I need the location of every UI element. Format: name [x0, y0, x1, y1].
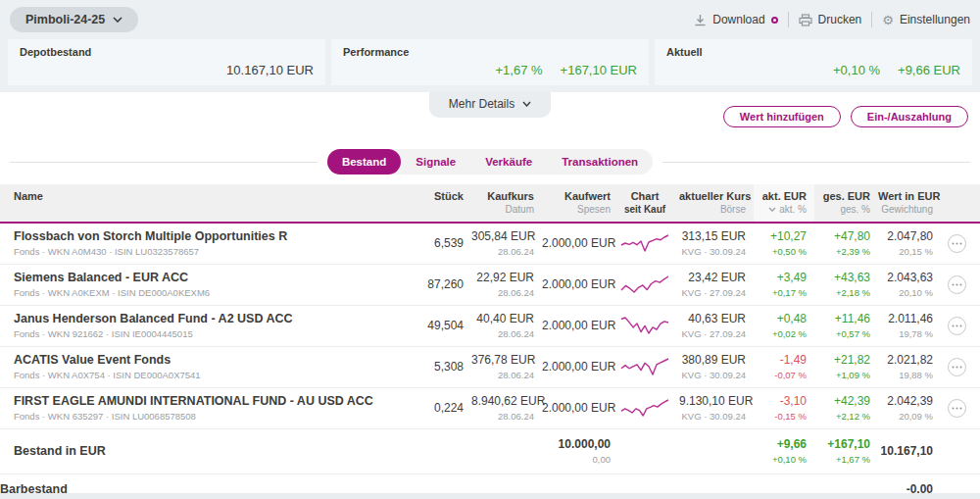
- total-ges-eur: +167,10: [814, 437, 870, 451]
- portfolio-selector[interactable]: Pimboli-24-25: [10, 7, 138, 32]
- akt-pct-value: -0,07 %: [754, 370, 807, 380]
- tab-bestand[interactable]: Bestand: [327, 149, 401, 175]
- ges-pct-value: +2,39 %: [814, 246, 870, 257]
- ges-pct-value: +2,12 %: [814, 411, 870, 422]
- total-spesen: 0,00: [542, 454, 611, 465]
- kaufwert-value: 2.000,00 EUR: [542, 236, 611, 250]
- summary-cards: Depotbestand 10.167,10 EUR Performance +…: [8, 39, 972, 85]
- boerse-info: KVG · 27.09.24: [679, 328, 746, 339]
- header-section: Pimboli-24-25 Download: [0, 0, 980, 92]
- stueck-value: 6,539: [353, 236, 464, 250]
- print-button[interactable]: Drucken: [799, 13, 862, 26]
- card-performance: Performance +1,67 % +167,10 EUR: [331, 39, 649, 85]
- ges-pct-value: +0,57 %: [814, 328, 870, 339]
- kaufwert-value: 2.000,00 EUR: [542, 360, 611, 374]
- row-menu-button[interactable]: [948, 358, 966, 376]
- card-label: Aktuell: [666, 46, 960, 58]
- boerse-info: KVG · 30.09.24: [679, 246, 746, 257]
- kauf-datum: 28.06.24: [471, 411, 534, 422]
- kaufkurs-value: 8.940,62 EUR: [471, 394, 534, 408]
- row-menu-button[interactable]: [948, 399, 966, 418]
- col-kaufwert[interactable]: KaufwertSpesen: [542, 184, 618, 222]
- col-ges-eur[interactable]: ges. EURges. %: [814, 184, 878, 222]
- fund-details: Fonds · WKN A0KEXM · ISIN DE000A0KEXM6: [14, 287, 345, 298]
- table-row: FIRST EAGLE AMUNDI INTERNATIONAL FUND - …: [0, 388, 980, 429]
- more-details-button[interactable]: Mehr Details: [429, 92, 551, 118]
- mid-section: Mehr Details Wert hinzufügen Ein-/Auszah…: [0, 92, 980, 127]
- wert-value: 2.047,80: [878, 229, 933, 243]
- kaufwert-value: 2.000,00 EUR: [542, 401, 611, 415]
- stueck-value: 5,308: [353, 360, 464, 374]
- gewichtung-value: 20,15 %: [878, 246, 933, 257]
- settings-label: Einstellungen: [900, 13, 970, 26]
- boerse-info: KVG · 30.09.24: [679, 370, 746, 380]
- row-menu-button[interactable]: [948, 317, 966, 335]
- stueck-value: 0,224: [353, 401, 464, 415]
- payment-button[interactable]: Ein-/Auszahlung: [851, 106, 968, 127]
- akt-kurs-value: 23,42 EUR: [679, 271, 746, 284]
- card-aktuell: Aktuell +0,10 % +9,66 EUR: [655, 39, 972, 85]
- gear-icon: ⚙: [882, 13, 894, 27]
- kaufwert-value: 2.000,00 EUR: [542, 277, 611, 291]
- fund-name-link[interactable]: FIRST EAGLE AMUNDI INTERNATIONAL FUND - …: [14, 394, 345, 408]
- sparkline-chart: [618, 268, 679, 302]
- fund-name-link[interactable]: ACATIS Value Event Fonds: [14, 353, 345, 367]
- fund-details: Fonds · WKN A0M430 · ISIN LU0323578657: [14, 246, 345, 257]
- add-value-button[interactable]: Wert hinzufügen: [723, 106, 841, 127]
- akt-eur-value: +10,27: [754, 229, 807, 243]
- portfolio-selector-label: Pimboli-24-25: [25, 13, 105, 26]
- divider: [662, 162, 970, 163]
- akt-kurs-value: 40,63 EUR: [679, 312, 746, 325]
- row-menu-button[interactable]: [948, 275, 966, 294]
- download-button[interactable]: Download: [694, 13, 777, 26]
- akt-kurs-value: 380,89 EUR: [679, 353, 746, 367]
- tab-signale[interactable]: Signale: [401, 149, 470, 175]
- aktuell-percent: +0,10 %: [833, 63, 880, 77]
- ges-eur-value: +11,46: [814, 312, 870, 325]
- col-stueck[interactable]: Stück: [353, 184, 471, 222]
- col-chart: Chartseit Kauf: [618, 184, 679, 222]
- kauf-datum: 28.06.24: [471, 246, 534, 257]
- boerse-info: KVG · 27.09.24: [679, 287, 746, 298]
- akt-pct-value: +0,50 %: [754, 246, 807, 257]
- divider: [871, 12, 872, 27]
- kauf-datum: 28.06.24: [471, 328, 534, 339]
- total-akt-pct: +0,10 %: [754, 454, 807, 465]
- kauf-datum: 28.06.24: [471, 287, 534, 298]
- ges-eur-value: +21,82: [814, 353, 870, 367]
- table-header: Name Stück KaufkursDatum KaufwertSpesen …: [0, 184, 980, 224]
- akt-eur-value: +0,48: [754, 312, 807, 325]
- download-badge-icon: [771, 17, 778, 24]
- col-akt-eur[interactable]: akt. EURakt. %: [754, 184, 814, 222]
- settings-button[interactable]: ⚙ Einstellungen: [882, 13, 970, 27]
- fund-name-link[interactable]: Flossbach von Storch Multiple Opportunit…: [14, 229, 345, 243]
- more-details-label: Mehr Details: [449, 97, 514, 111]
- gewichtung-value: 19,88 %: [878, 370, 933, 380]
- col-name[interactable]: Name: [0, 184, 353, 222]
- sparkline-chart: [618, 309, 679, 343]
- col-kaufkurs[interactable]: KaufkursDatum: [471, 184, 542, 222]
- gewichtung-value: 20,09 %: [878, 411, 933, 422]
- col-akt-kurs[interactable]: aktueller KursBörse: [679, 184, 754, 222]
- kaufkurs-value: 305,84 EUR: [471, 229, 534, 243]
- row-menu-button[interactable]: [948, 234, 966, 253]
- total-akt-eur: +9,66: [754, 437, 807, 451]
- printer-icon: [799, 14, 812, 26]
- fund-name-link[interactable]: Siemens Balanced - EUR ACC: [14, 271, 345, 284]
- wert-value: 2.043,63: [878, 271, 933, 284]
- stueck-value: 87,260: [353, 277, 464, 291]
- ges-pct-value: +1,09 %: [814, 370, 870, 380]
- fund-name-link[interactable]: Janus Henderson Balanced Fund - A2 USD A…: [14, 312, 345, 325]
- total-wert: 10.167,10: [878, 444, 933, 458]
- boerse-info: KVG · 30.09.24: [679, 411, 746, 422]
- tab-group: Bestand Signale Verkäufe Transaktionen: [327, 149, 653, 175]
- summary-row-label: Bestand in EUR: [0, 436, 542, 467]
- tab-transaktionen[interactable]: Transaktionen: [547, 149, 653, 175]
- total-ges-pct: +1,67 %: [814, 454, 870, 465]
- download-icon: [694, 14, 707, 26]
- card-depotbestand: Depotbestand 10.167,10 EUR: [8, 39, 325, 85]
- chevron-down-icon: [522, 101, 531, 107]
- kaufwert-value: 2.000,00 EUR: [542, 319, 611, 332]
- tab-verkaeufe[interactable]: Verkäufe: [470, 149, 547, 175]
- col-wert[interactable]: Wert in EURGewichtung: [878, 184, 941, 222]
